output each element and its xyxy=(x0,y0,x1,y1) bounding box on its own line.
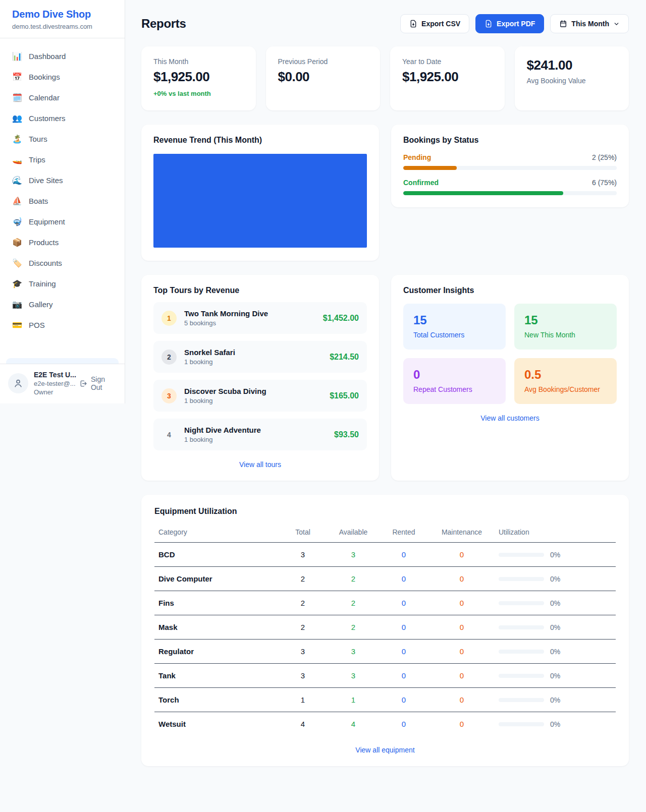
maintenance-cell: 0 xyxy=(460,550,464,559)
graduation-cap-icon: 🎓 xyxy=(12,279,22,288)
tour-name: Two Tank Morning Dive xyxy=(184,309,268,318)
tag-icon: 🏷️ xyxy=(12,258,22,268)
category-cell: Torch xyxy=(154,688,278,712)
sidebar-item-label: Trips xyxy=(29,155,45,164)
maintenance-cell: 0 xyxy=(460,599,464,607)
total-cell: 4 xyxy=(278,712,328,736)
utilization-cell: 0% xyxy=(499,575,612,583)
stat-label: Avg Booking Value xyxy=(527,77,617,85)
view-all-equipment-link[interactable]: View all equipment xyxy=(154,746,616,754)
export-csv-label: Export CSV xyxy=(421,20,460,28)
maintenance-cell: 0 xyxy=(460,623,464,631)
tour-name: Night Dive Adventure xyxy=(184,426,261,434)
stat-value: $241.00 xyxy=(527,57,617,73)
equipment-utilization-card: Equipment Utilization Category Total Ava… xyxy=(141,495,629,766)
export-pdf-button[interactable]: Export PDF xyxy=(475,14,544,33)
customer-insights-title: Customer Insights xyxy=(403,286,617,295)
rented-cell: 0 xyxy=(402,671,406,680)
sidebar-item-label: Gallery xyxy=(29,300,53,309)
sidebar-item-trips[interactable]: 🚤 Trips xyxy=(6,150,119,169)
wave-icon: 🌊 xyxy=(12,176,22,185)
maintenance-cell: 0 xyxy=(460,695,464,704)
tour-bookings: 5 bookings xyxy=(184,319,268,327)
sidebar-item-boats[interactable]: ⛵ Boats xyxy=(6,191,119,211)
sign-out-button[interactable]: Sign Out xyxy=(79,375,117,391)
utilization-cell: 0% xyxy=(499,672,612,680)
utilization-track xyxy=(499,722,544,726)
sign-out-label: Sign Out xyxy=(91,375,117,391)
sidebar-item-products[interactable]: 📦 Products xyxy=(6,233,119,252)
stat-value: $0.00 xyxy=(278,69,368,85)
total-cell: 2 xyxy=(278,615,328,640)
customer-insights-card: Customer Insights 15 Total Customers 15 … xyxy=(391,275,629,481)
file-export-icon xyxy=(484,20,493,28)
rented-cell: 0 xyxy=(402,623,406,631)
brand-domain: demo.test.divestreams.com xyxy=(12,23,113,30)
sidebar-item-tours[interactable]: 🏝️ Tours xyxy=(6,129,119,149)
sidebar-item-label: Products xyxy=(29,238,59,247)
utilization-percent: 0% xyxy=(550,648,560,656)
sidebar-item-dive-sites[interactable]: 🌊 Dive Sites xyxy=(6,170,119,190)
table-row: Mask 2 2 0 0 0% xyxy=(154,615,616,640)
tour-revenue: $214.50 xyxy=(330,353,359,362)
main-content: Reports Export CSV Export PDF xyxy=(125,0,646,801)
sidebar-item-calendar[interactable]: 🗓️ Calendar xyxy=(6,88,119,107)
rented-cell: 0 xyxy=(402,695,406,704)
sign-out-icon xyxy=(79,379,87,388)
island-icon: 🏝️ xyxy=(12,134,22,144)
utilization-track xyxy=(499,601,544,605)
view-all-tours-link[interactable]: View all tours xyxy=(153,460,367,469)
rank-badge: 3 xyxy=(162,388,177,403)
available-cell: 2 xyxy=(351,574,355,583)
utilization-cell: 0% xyxy=(499,623,612,631)
utilization-track xyxy=(499,698,544,702)
sidebar-item-label: Discounts xyxy=(29,259,62,267)
utilization-cell: 0% xyxy=(499,696,612,704)
view-all-customers-link[interactable]: View all customers xyxy=(403,414,617,422)
tile-value: 15 xyxy=(413,313,496,327)
user-footer: E2E Test U... e2e-tester@... Owner Sign … xyxy=(0,364,125,403)
sidebar-item-discounts[interactable]: 🏷️ Discounts xyxy=(6,253,119,273)
tour-revenue: $165.00 xyxy=(330,391,359,400)
tile-value: 15 xyxy=(524,313,607,327)
sidebar-item-reports[interactable] xyxy=(6,358,119,364)
sidebar-item-gallery[interactable]: 📷 Gallery xyxy=(6,295,119,314)
available-cell: 3 xyxy=(351,550,355,559)
sidebar-item-equipment[interactable]: 🤿 Equipment xyxy=(6,212,119,231)
export-csv-button[interactable]: Export CSV xyxy=(400,14,469,33)
sidebar-item-customers[interactable]: 👥 Customers xyxy=(6,108,119,128)
tour-revenue: $1,452.00 xyxy=(323,314,359,323)
user-meta: E2E Test U... e2e-tester@... Owner xyxy=(34,371,74,396)
status-row-confirmed: Confirmed 6 (75%) xyxy=(403,179,617,195)
available-cell: 3 xyxy=(351,647,355,656)
stats-row: This Month $1,925.00 +0% vs last month P… xyxy=(141,46,629,110)
stat-value: $1,925.00 xyxy=(402,69,493,85)
progress-fill xyxy=(403,191,563,195)
total-cell: 2 xyxy=(278,567,328,591)
sidebar-item-pos[interactable]: 💳 POS xyxy=(6,315,119,335)
category-cell: Wetsuit xyxy=(154,712,278,736)
page-title: Reports xyxy=(141,17,186,31)
brand-name: Demo Dive Shop xyxy=(12,9,113,20)
user-role: Owner xyxy=(34,388,74,396)
revenue-trend-title: Revenue Trend (This Month) xyxy=(153,136,367,145)
utilization-track xyxy=(499,577,544,581)
utilization-track xyxy=(499,674,544,678)
sidebar-item-dashboard[interactable]: 📊 Dashboard xyxy=(6,46,119,66)
spiral-calendar-icon: 🗓️ xyxy=(12,93,22,102)
category-cell: Tank xyxy=(154,664,278,688)
package-icon: 📦 xyxy=(12,238,22,247)
utilization-cell: 0% xyxy=(499,648,612,656)
category-cell: BCD xyxy=(154,543,278,567)
tile-label: Repeat Customers xyxy=(413,385,496,393)
period-dropdown[interactable]: This Month xyxy=(550,14,629,33)
sidebar-item-bookings[interactable]: 📅 Bookings xyxy=(6,67,119,87)
utilization-cell: 0% xyxy=(499,599,612,607)
tour-row: 1 Two Tank Morning Dive 5 bookings $1,45… xyxy=(153,302,367,334)
file-export-icon xyxy=(409,20,417,28)
top-tours-card: Top Tours by Revenue 1 Two Tank Morning … xyxy=(141,275,379,481)
top-tours-title: Top Tours by Revenue xyxy=(153,286,367,295)
category-cell: Regulator xyxy=(154,640,278,664)
speedboat-icon: 🚤 xyxy=(12,155,22,164)
sidebar-item-training[interactable]: 🎓 Training xyxy=(6,274,119,294)
